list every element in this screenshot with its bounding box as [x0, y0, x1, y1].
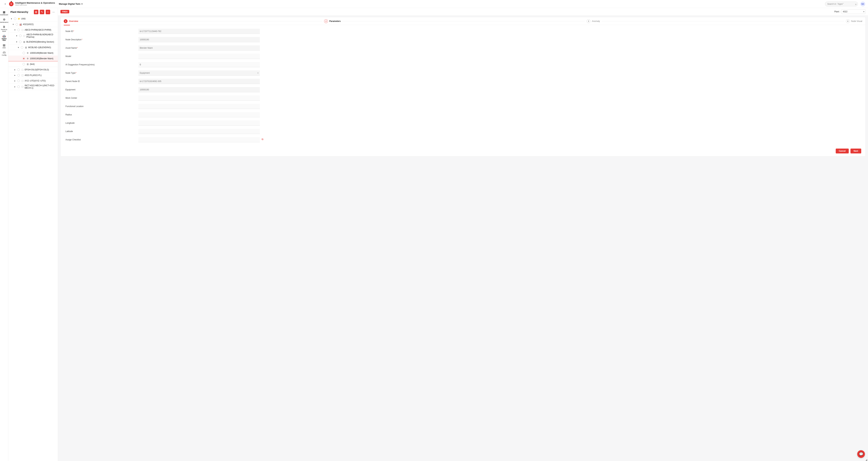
parent-id-field[interactable]	[138, 79, 260, 84]
tree-node-label: 10000189(Blender Maint)	[30, 52, 56, 54]
rail-config[interactable]: 🗃Config	[0, 50, 8, 57]
search-icon[interactable]: ⌕	[855, 3, 857, 5]
tree-twisty-icon[interactable]: ▸	[13, 74, 16, 77]
avatar[interactable]: NK	[860, 2, 865, 6]
next-button[interactable]: Next	[850, 149, 861, 153]
rail-digital-twin[interactable]: 🤖Digital Twin	[0, 33, 8, 42]
rail-oee[interactable]: ▤OEE	[0, 42, 8, 50]
tree-twisty-icon[interactable]: ▾	[15, 35, 18, 37]
plant-hierarchy-title: Plant Hierarchy	[10, 10, 32, 13]
node-id-field[interactable]	[138, 29, 260, 34]
tree-node-label: UNS	[21, 18, 56, 20]
cancel-button[interactable]: Cancel	[836, 149, 849, 153]
tree-node-label: BLENDING(Blending Section)	[26, 41, 56, 43]
tree-node-icon: ⚙	[26, 52, 29, 54]
page-title: Manage Digital Twin	[59, 3, 81, 5]
tree-node-label: ABCD-PHRM(ABCD-PHRM)	[25, 29, 56, 31]
tree-radio[interactable]	[18, 86, 20, 88]
tree-twisty-icon[interactable]: ▾	[12, 23, 14, 26]
tree-row[interactable]: ▾▥BLENDING(Blending Section)	[8, 39, 58, 45]
tree-node-icon: ⬚	[21, 86, 24, 88]
tree-row[interactable]: ▸⬚XYZ--UTO(XYZ--UTO)	[8, 78, 58, 84]
node-type-field[interactable]	[138, 70, 260, 76]
tree-node-label: INCT-4322-MECH-1(INCT-4322-MECH-1)	[25, 84, 56, 89]
back-button[interactable]	[3, 2, 8, 6]
tree-radio[interactable]	[18, 29, 20, 31]
edit-button[interactable]: ✎	[40, 10, 44, 14]
tree-radio[interactable]	[16, 23, 18, 26]
tree-twisty-icon[interactable]: ▾	[10, 18, 13, 20]
add-button[interactable]: ＋	[45, 10, 50, 14]
tree-radio[interactable]	[18, 74, 20, 77]
plus-icon: ＋	[47, 10, 49, 13]
tree-row[interactable]: ▸⬚EFGH-OILG(EFGH-OILG)	[8, 67, 58, 73]
plant-select[interactable]: 4322 ▾	[841, 9, 866, 14]
work-center-label: Work Center	[65, 97, 77, 99]
func-loc-field[interactable]	[138, 104, 260, 109]
tree-radio[interactable]	[21, 46, 23, 49]
tree-radio[interactable]	[19, 35, 22, 37]
tree-node-icon: ⬚	[21, 80, 24, 82]
assign-checklist-icon[interactable]: ⧉	[261, 138, 264, 141]
rail-dashboard[interactable]: ▦DashBoard	[0, 9, 8, 17]
equipment-field[interactable]	[138, 87, 260, 92]
tree-row[interactable]: ▾🏭4322(4322)	[8, 22, 58, 27]
step-parameters[interactable]: 2Parameters	[324, 19, 341, 23]
more-button[interactable]: ⋯	[52, 11, 56, 13]
work-center-field[interactable]	[138, 95, 260, 100]
ai-freq-label: AI Suggestion Frequency(mins)	[65, 63, 95, 66]
tree-node-label: EFGH-OILG(EFGH-OILG)	[25, 68, 56, 71]
tree-radio[interactable]	[18, 80, 20, 82]
ai-freq-field[interactable]	[138, 62, 260, 67]
delete-button[interactable]: 🗑	[34, 10, 38, 14]
equipment-label: Equipment	[65, 88, 75, 91]
step-label: Anomaly	[592, 20, 600, 22]
chevron-down-icon: ▾	[82, 3, 83, 5]
tree-row[interactable]: ⚙10000190(Blender Maint)	[8, 56, 58, 61]
rail-maintenance[interactable]: ⚙Maintenance	[0, 17, 8, 24]
tree-row[interactable]: ▾📁UNS	[8, 16, 58, 22]
tree-row[interactable]: ▾⬚ABCD-PHRM(ABCD-PHRM)	[8, 27, 58, 33]
page-switcher[interactable]: Manage Digital Twin ▾	[59, 3, 83, 5]
tree-twisty-icon[interactable]: ▸	[13, 68, 16, 71]
radius-field[interactable]	[138, 112, 260, 117]
fmea-chip[interactable]: FMEA	[60, 10, 69, 13]
assign-checklist-field[interactable]	[138, 137, 260, 142]
tree-twisty-icon[interactable]: ▸	[13, 86, 16, 88]
chat-fab[interactable]: 💬	[857, 450, 865, 458]
tree-twisty-icon[interactable]: ▾	[15, 41, 18, 43]
tree-twisty-icon[interactable]: ▸	[13, 80, 16, 82]
tree-node-icon: 🏭	[19, 23, 22, 26]
tree-twisty-icon[interactable]: ▾	[17, 46, 20, 49]
step-node-visual[interactable]: 4Node Visual	[846, 19, 863, 23]
tree-row[interactable]: ▾▥WCBLND-1(BLENDING)	[8, 45, 58, 50]
tree-radio[interactable]	[19, 41, 22, 43]
tree-row[interactable]: ⚙10000189(Blender Maint)	[8, 50, 58, 56]
tree-radio[interactable]	[23, 52, 25, 54]
tree-node-icon: ▥	[24, 46, 27, 49]
tree-radio[interactable]	[14, 18, 16, 20]
search-input[interactable]	[825, 2, 858, 6]
step-number: 4	[846, 19, 850, 23]
tree-radio[interactable]	[18, 68, 20, 71]
latitude-field[interactable]	[138, 129, 260, 134]
tree-radio[interactable]	[23, 57, 25, 60]
tree-node-label: 4322(4322)	[23, 23, 56, 26]
step-overview[interactable]: 1Overview	[64, 19, 78, 23]
rail-permit[interactable]: 🗎Permit to Work	[0, 24, 8, 33]
node-desc-field[interactable]	[138, 37, 260, 42]
tree-row[interactable]: ▾⬚ABCD-PHRM-BLNDR(ABCD Pharma)	[8, 33, 58, 39]
step-anomaly[interactable]: 3Anomaly	[587, 19, 600, 23]
asset-name-field[interactable]	[138, 45, 260, 51]
node-type-label: Node Type	[65, 72, 75, 74]
resize-handle[interactable]: ◢	[866, 459, 868, 461]
tree-row[interactable]: ▸⬚4322-FL(4322-FL)	[8, 73, 58, 78]
step-label: Overview	[69, 20, 78, 22]
step-label: Node Visual	[851, 20, 863, 22]
tree-radio[interactable]	[23, 63, 25, 65]
tree-row[interactable]: ▥(test)	[8, 61, 58, 67]
tree-twisty-icon[interactable]: ▾	[13, 29, 16, 31]
tree-row[interactable]: ▸⬚INCT-4322-MECH-1(INCT-4322-MECH-1)	[8, 84, 58, 90]
longitude-field[interactable]	[138, 120, 260, 126]
model-field[interactable]	[138, 54, 260, 59]
